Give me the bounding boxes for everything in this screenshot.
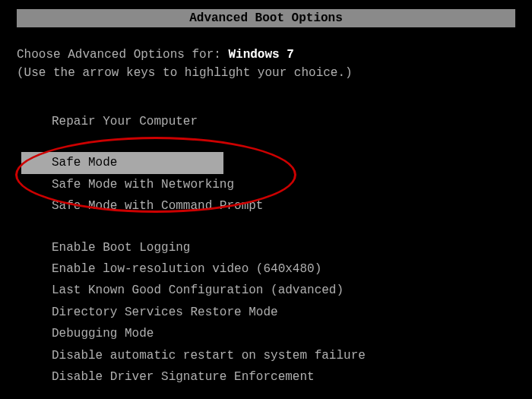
menu-item-directory-services-restore[interactable]: Directory Services Restore Mode <box>21 302 309 323</box>
page-title: Advanced Boot Options <box>17 9 515 27</box>
help-text: (Use the arrow keys to highlight your ch… <box>17 64 515 82</box>
menu-item-disable-driver-signature[interactable]: Disable Driver Signature Enforcement <box>21 366 345 388</box>
menu-item-safe-mode[interactable]: Safe Mode <box>21 152 223 173</box>
menu-item-debugging-mode[interactable]: Debugging Mode <box>21 323 184 344</box>
menu-item-low-res-video[interactable]: Enable low-resolution video (640x480) <box>21 258 352 280</box>
choose-prompt: Choose Advanced Options for: Windows 7 <box>17 46 515 64</box>
os-name: Windows 7 <box>228 48 293 62</box>
menu-group-safe-mode: Safe Mode Safe Mode with Networking Safe… <box>21 152 532 217</box>
menu-item-safe-mode-command-prompt[interactable]: Safe Mode with Command Prompt <box>21 195 293 217</box>
menu-group-advanced: Enable Boot Logging Enable low-resolutio… <box>21 237 532 388</box>
menu-item-disable-auto-restart[interactable]: Disable automatic restart on system fail… <box>21 345 396 366</box>
boot-menu: Repair Your Computer Safe Mode Safe Mode… <box>21 111 532 399</box>
prompt-prefix: Choose Advanced Options for: <box>17 48 228 62</box>
menu-item-safe-mode-networking[interactable]: Safe Mode with Networking <box>21 174 264 195</box>
menu-item-enable-boot-logging[interactable]: Enable Boot Logging <box>21 237 220 258</box>
menu-item-last-known-good[interactable]: Last Known Good Configuration (advanced) <box>21 280 374 301</box>
menu-item-repair-your-computer[interactable]: Repair Your Computer <box>21 111 228 132</box>
menu-group-repair: Repair Your Computer <box>21 111 532 132</box>
